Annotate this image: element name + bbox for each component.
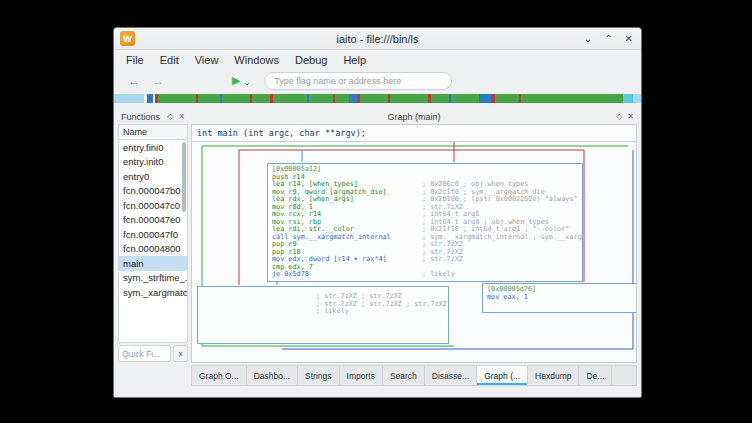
window-title: iaito - file:///bin/ls xyxy=(337,33,419,45)
basic-block-right[interactable]: [0x00005d76]mov eax, 1 xyxy=(482,283,637,313)
memstrip-segment xyxy=(309,94,333,103)
memstrip-segment xyxy=(431,94,449,103)
function-list-item[interactable]: fcn.000047c0 xyxy=(119,198,187,213)
function-list-item[interactable]: entry.init0 xyxy=(119,155,187,170)
play-icon[interactable]: ▶ xyxy=(232,74,240,87)
asm-line: mov edx, dword [r14 + rax*4]; str.7zXZ xyxy=(272,256,582,264)
toolbar: ← → ▶ ⌄ xyxy=(114,69,641,92)
menu-view[interactable]: View xyxy=(187,54,227,66)
function-list-item[interactable]: entry.fini0 xyxy=(119,140,187,155)
clear-filter-button[interactable]: x xyxy=(173,345,188,362)
forward-icon[interactable]: → xyxy=(152,74,164,88)
tab-search[interactable]: Search xyxy=(383,366,425,385)
basic-block-left[interactable]: ; str.7zXZ ; str.7zXZ; str.7zXZ ; str.7z… xyxy=(197,286,449,344)
function-list-item[interactable]: sym._strftime_... xyxy=(119,271,187,286)
function-list-item[interactable]: fcn.000047f0 xyxy=(119,227,187,242)
tab-imports[interactable]: Imports xyxy=(340,366,383,385)
function-list-item[interactable]: main xyxy=(119,256,187,271)
dock-area: Functions ◇ ✕ Name entry.fini0entry.init… xyxy=(114,105,641,397)
functions-column-header[interactable]: Name xyxy=(118,124,188,140)
asm-comment: ; likely xyxy=(316,308,349,316)
minimize-button[interactable]: ⌄ xyxy=(584,33,592,44)
memory-map-strip[interactable] xyxy=(114,94,641,103)
menu-edit[interactable]: Edit xyxy=(152,54,187,66)
close-dock-icon[interactable]: ✕ xyxy=(178,112,185,121)
memstrip-segment xyxy=(360,94,388,103)
quick-filter-input[interactable] xyxy=(118,345,171,362)
memstrip-segment xyxy=(349,94,357,103)
asm-instruction: mov eax, 1 xyxy=(487,294,637,302)
memstrip-segment xyxy=(479,94,491,103)
graph-panel-header[interactable]: Graph (main) ◇ ✕ xyxy=(191,109,637,124)
memstrip-segment xyxy=(633,94,641,103)
tab-hexdump[interactable]: Hexdump xyxy=(528,366,579,385)
memstrip-segment xyxy=(390,94,428,103)
close-dock-icon[interactable]: ✕ xyxy=(627,112,634,121)
functions-panel-header[interactable]: Functions ◇ ✕ xyxy=(118,109,188,124)
function-signature: int main (int argc, char **argv); xyxy=(191,124,637,142)
menu-help[interactable]: Help xyxy=(335,54,374,66)
asm-comment: ; str.7zXZ xyxy=(422,256,463,264)
tab-strings[interactable]: Strings xyxy=(298,366,339,385)
desktop-background: W iaito - file:///bin/ls ⌄ ⌃ ✕ FileEditV… xyxy=(0,0,752,423)
memstrip-segment xyxy=(198,94,220,103)
menu-debug[interactable]: Debug xyxy=(287,54,335,66)
function-list-item[interactable]: entry0 xyxy=(119,169,187,184)
function-list-item[interactable]: fcn.00004800 xyxy=(119,242,187,257)
memstrip-segment xyxy=(273,94,307,103)
tab-grapho[interactable]: Graph O... xyxy=(192,366,247,385)
asm-line: [0x00005a12] xyxy=(272,166,582,174)
memstrip-segment xyxy=(252,94,270,103)
basic-block-main[interactable]: [0x00005a12]push r14lea r14, [when_types… xyxy=(267,163,583,282)
function-list-item[interactable]: sym._xargmatch... xyxy=(119,285,187,300)
float-dock-icon[interactable]: ◇ xyxy=(167,112,173,121)
memstrip-segment xyxy=(521,94,623,103)
graph-panel: Graph (main) ◇ ✕ int main (int argc, cha… xyxy=(191,109,637,386)
tab-dashbo[interactable]: Dashbo... xyxy=(247,366,298,385)
memstrip-segment xyxy=(114,94,144,103)
tab-de[interactable]: De... xyxy=(579,366,612,385)
graph-panel-title: Graph (main) xyxy=(387,112,440,122)
menu-file[interactable]: File xyxy=(118,54,152,66)
memstrip-segment xyxy=(158,94,196,103)
asm-comment: ; likely xyxy=(422,271,455,279)
memstrip-segment xyxy=(222,94,250,103)
functions-filter: x xyxy=(118,345,188,362)
memstrip-segment xyxy=(335,94,349,103)
app-logo-icon: W xyxy=(120,31,135,46)
chevron-down-icon[interactable]: ⌄ xyxy=(243,78,250,87)
close-button[interactable]: ✕ xyxy=(625,33,633,44)
graph-canvas[interactable]: [0x00005a12]push r14lea r14, [when_types… xyxy=(191,142,637,363)
functions-list: entry.fini0entry.init0entry0fcn.000047b0… xyxy=(118,140,188,343)
memstrip-segment xyxy=(495,94,519,103)
bottom-tabbar: Graph O...Dashbo...StringsImportsSearchD… xyxy=(191,365,637,386)
asm-line: ; likely xyxy=(198,308,448,316)
app-window: W iaito - file:///bin/ls ⌄ ⌃ ✕ FileEditV… xyxy=(113,27,642,398)
tab-disasse[interactable]: Disasse... xyxy=(425,366,477,385)
float-dock-icon[interactable]: ◇ xyxy=(616,112,622,121)
menubar: FileEditViewWindowsDebugHelp xyxy=(114,50,641,69)
window-controls: ⌄ ⌃ ✕ xyxy=(584,28,633,49)
search-input[interactable] xyxy=(264,72,452,90)
menu-windows[interactable]: Windows xyxy=(226,54,287,66)
asm-line: mov eax, 1 xyxy=(487,294,637,302)
asm-line: je 0x5d78; likely xyxy=(272,271,582,279)
tab-graph[interactable]: Graph (... xyxy=(477,366,528,385)
scrollbar[interactable] xyxy=(182,142,186,212)
memstrip-segment xyxy=(623,94,633,103)
asm-instruction: je 0x5d78 xyxy=(272,271,422,279)
function-list-item[interactable]: fcn.000047b0 xyxy=(119,184,187,199)
function-list-item[interactable]: fcn.000047e0 xyxy=(119,213,187,228)
maximize-button[interactable]: ⌃ xyxy=(604,33,612,44)
functions-panel: Functions ◇ ✕ Name entry.fini0entry.init… xyxy=(118,109,188,362)
back-icon[interactable]: ← xyxy=(128,74,140,88)
titlebar[interactable]: W iaito - file:///bin/ls ⌄ ⌃ ✕ xyxy=(114,28,641,50)
memstrip-segment xyxy=(451,94,479,103)
functions-panel-title: Functions xyxy=(121,112,160,122)
